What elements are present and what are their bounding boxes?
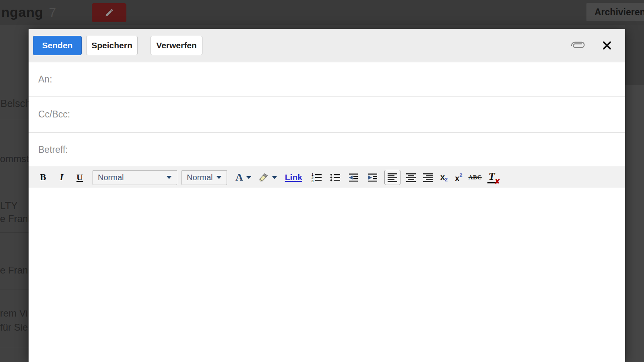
subject-field-label: Betreff: [38,144,68,155]
pencil-icon [103,8,115,18]
compose-header: Senden Speichern Verwerfen [29,29,625,62]
align-center-button[interactable] [406,173,416,182]
background-list-fragment: für Sie [0,322,28,333]
cc-bcc-field[interactable]: Cc/Bcc: [29,97,625,133]
compose-dialog: Senden Speichern Verwerfen An: Cc/Bcc: B… [29,29,625,362]
ordered-list-button[interactable]: 123 [312,173,322,182]
bold-button[interactable]: B [37,172,49,183]
formatting-toolbar: B I U Normal Normal A Link [29,167,625,188]
italic-button[interactable]: I [56,172,68,183]
outdent-button[interactable] [348,173,359,182]
subscript-button[interactable]: x2 [440,173,448,183]
indent-button[interactable] [367,173,378,182]
superscript-button[interactable]: x2 [455,172,462,183]
font-color-button[interactable]: A [235,172,251,183]
cc-bcc-field-label: Cc/Bcc: [38,109,70,120]
subscript-x: x [440,173,445,182]
chevron-down-icon [216,176,222,179]
unread-count-badge: 7 [49,5,56,20]
to-field-label: An: [38,74,52,85]
unordered-list-button[interactable] [330,173,341,182]
align-left-button[interactable] [384,170,400,185]
attach-file-button[interactable] [569,41,586,50]
save-draft-button[interactable]: Speichern [86,36,138,55]
background-list-fragment: ommst [0,153,29,165]
svg-text:3: 3 [312,179,314,182]
message-body-editor[interactable] [29,188,625,362]
chevron-down-icon [272,176,277,179]
underline-button[interactable]: U [74,172,86,183]
background-reading-pane [625,25,644,362]
chevron-down-icon [246,176,251,179]
red-x-icon: ✘ [494,177,500,186]
superscript-digit: 2 [459,172,462,178]
background-list-fragment: LTY [0,200,18,212]
discard-button[interactable]: Verwerfen [151,36,202,55]
to-field[interactable]: An: [29,62,625,97]
inbox-title: ngang7 [1,4,56,20]
paperclip-icon [569,41,586,50]
remove-formatting-button[interactable]: T ✘ [487,171,496,183]
close-icon[interactable] [602,40,612,51]
chevron-down-icon [166,176,172,179]
inbox-title-text: ngang [1,4,43,20]
header-right-actions [569,40,625,51]
highlighter-icon [258,173,269,182]
paragraph-style-dropdown[interactable]: Normal [93,170,177,185]
subject-field[interactable]: Betreff: [29,133,625,167]
background-list-fragment: Belsch [0,98,31,109]
paragraph-style-value: Normal [98,173,124,182]
send-button[interactable]: Senden [33,36,82,55]
highlight-color-button[interactable] [258,173,277,182]
background-list-fragment: e Fran [0,265,28,276]
archive-button[interactable]: Archivieren [586,3,644,21]
font-size-dropdown[interactable]: Normal [182,170,227,185]
superscript-x: x [455,174,459,183]
font-size-value: Normal [187,173,213,182]
align-right-button[interactable] [423,173,433,182]
strikethrough-button[interactable]: ABC [469,174,482,181]
compose-button[interactable] [92,3,126,22]
background-list-fragment: e Frank [0,213,33,224]
font-color-a-glyph: A [235,172,243,183]
subscript-digit: 2 [445,177,448,183]
insert-link-button[interactable]: Link [285,173,302,182]
background-reading-pane-header [625,25,644,85]
background-list-fragment: rem Vi [0,308,28,319]
